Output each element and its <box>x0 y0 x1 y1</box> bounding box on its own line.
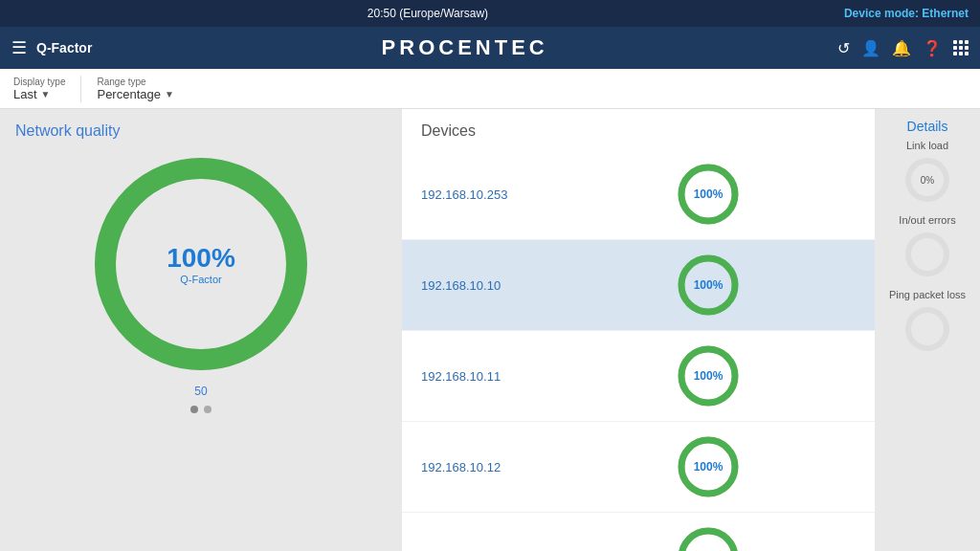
device-ip: 192.168.10.10 <box>421 278 546 293</box>
bell-icon[interactable]: 🔔 <box>892 39 911 57</box>
help-icon[interactable]: ❓ <box>923 39 942 57</box>
display-type-label: Display type <box>13 77 65 87</box>
device-donut-svg <box>675 524 742 551</box>
svg-point-16 <box>908 310 947 348</box>
device-row[interactable]: 192.168.10.253 100% <box>402 149 875 240</box>
dot-1[interactable] <box>190 406 198 413</box>
left-panel: Network quality 100% Q-Factor 50 <box>0 109 402 551</box>
display-type-select[interactable]: Last ▼ <box>13 87 65 101</box>
link-load-donut: 0% <box>902 155 952 205</box>
main-content: Network quality 100% Q-Factor 50 Devices <box>0 109 980 551</box>
nav-icons: ↺ 👤 🔔 ❓ <box>837 39 969 57</box>
menu-icon[interactable]: ☰ <box>11 37 27 58</box>
device-donut-wrap: 100% <box>675 524 742 551</box>
refresh-icon[interactable]: ↺ <box>837 39 850 57</box>
main-donut-container: 100% Q-Factor <box>15 149 387 379</box>
middle-panel[interactable]: Devices 192.168.10.253 100% 192.168.10.1… <box>402 109 875 551</box>
device-mode-label: Device mode: <box>844 7 919 20</box>
link-load-label: Link load <box>882 140 972 151</box>
detail-link-load: Link load 0% <box>882 140 972 205</box>
detail-inout-errors: In/out errors <box>882 214 972 279</box>
device-donut-wrap: 100% <box>675 342 742 409</box>
main-donut-label: Q-Factor <box>167 274 235 285</box>
range-type-select[interactable]: Percentage ▼ <box>97 87 173 101</box>
device-row[interactable]: 192.168.10.11 100% <box>402 331 875 422</box>
display-type-group: Display type Last ▼ <box>13 77 65 101</box>
inout-errors-donut <box>902 230 952 279</box>
device-donut-value: 100% <box>694 187 724 201</box>
details-title: Details <box>882 119 972 134</box>
device-ip: 192.168.10.253 <box>421 187 546 202</box>
svg-point-14 <box>908 235 947 274</box>
device-donut-value: 100% <box>694 369 724 383</box>
device-ip: 192.168.10.11 <box>421 369 546 384</box>
main-donut-center: 100% Q-Factor <box>167 243 235 285</box>
device-donut-wrap: 100% <box>675 433 742 500</box>
inout-errors-svg <box>902 230 952 279</box>
toolbar-divider <box>80 76 81 102</box>
main-donut-value: 100% <box>167 243 235 274</box>
range-type-label: Range type <box>97 77 173 87</box>
device-row[interactable]: 192.168.10.13 100% <box>402 513 875 551</box>
ping-loss-donut <box>902 304 952 354</box>
svg-point-11 <box>681 531 735 551</box>
ping-loss-svg <box>902 304 952 354</box>
bottom-value: 50 <box>15 385 387 398</box>
device-mode-value: Ethernet <box>922 7 969 20</box>
right-panel: Details Link load 0% In/out errors Pin <box>875 109 980 551</box>
network-quality-title: Network quality <box>15 122 387 140</box>
top-bar: 20:50 (Europe/Warsaw) Device mode: Ether… <box>0 0 980 27</box>
top-bar-device-mode: Device mode: Ethernet <box>844 7 969 20</box>
device-donut-wrap: 100% <box>675 252 742 319</box>
grid-icon[interactable] <box>953 40 969 55</box>
user-icon[interactable]: 👤 <box>861 39 880 57</box>
nav-bar: ☰ Q-Factor PROCENTEC ↺ 👤 🔔 ❓ <box>0 27 980 69</box>
toolbar: Display type Last ▼ Range type Percentag… <box>0 69 980 109</box>
range-type-group: Range type Percentage ▼ <box>97 77 173 101</box>
main-donut-wrap: 100% Q-Factor <box>86 149 316 379</box>
link-load-value: 0% <box>921 175 934 186</box>
device-row[interactable]: 192.168.10.12 100% <box>402 422 875 513</box>
inout-errors-label: In/out errors <box>882 214 972 226</box>
top-bar-time: 20:50 (Europe/Warsaw) <box>368 7 488 20</box>
range-type-value: Percentage <box>97 87 161 101</box>
display-type-value: Last <box>13 87 37 101</box>
ping-loss-label: Ping packet loss <box>882 289 972 300</box>
devices-title: Devices <box>402 119 875 149</box>
device-ip: 192.168.10.12 <box>421 460 546 474</box>
device-donut-value: 100% <box>694 460 724 474</box>
range-type-arrow: ▼ <box>165 89 174 99</box>
detail-ping-loss: Ping packet loss <box>882 289 972 354</box>
app-title: Q-Factor <box>36 40 92 55</box>
logo: PROCENTEC <box>92 35 837 60</box>
dot-2[interactable] <box>204 406 212 413</box>
dots-indicator <box>15 406 387 413</box>
device-donut-value: 100% <box>694 278 724 292</box>
device-donut-wrap: 100% <box>675 161 742 228</box>
display-type-arrow: ▼ <box>41 89 51 99</box>
device-row[interactable]: 192.168.10.10 100% <box>402 240 875 331</box>
